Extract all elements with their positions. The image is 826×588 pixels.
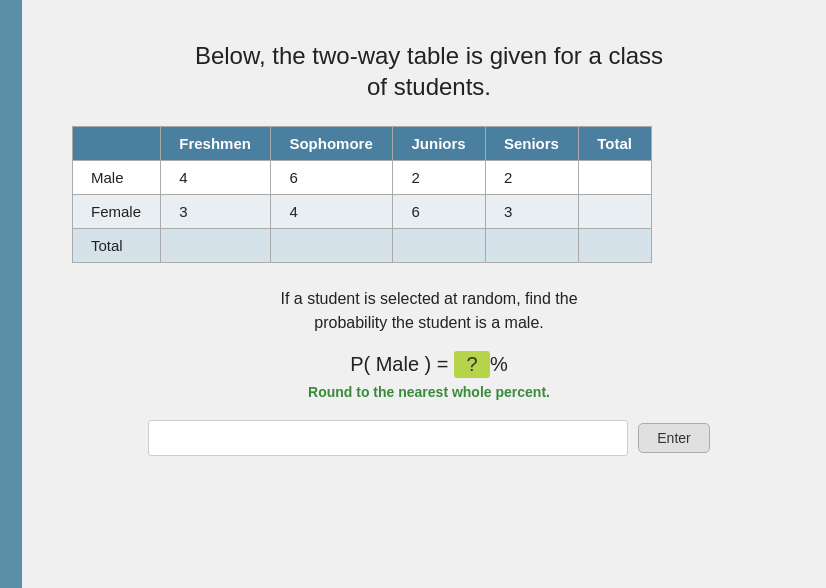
header-empty (73, 127, 161, 161)
header-juniors: Juniors (393, 127, 485, 161)
answer-input-row: Enter (72, 420, 786, 456)
table-row: Total (73, 229, 652, 263)
row-female-label: Female (73, 195, 161, 229)
left-accent-bar (0, 0, 22, 588)
table-row: Male 4 6 2 2 (73, 161, 652, 195)
row-female-freshmen: 3 (161, 195, 271, 229)
enter-button[interactable]: Enter (638, 423, 709, 453)
probability-line: P( Male ) = ?% (72, 351, 786, 378)
header-sophomore: Sophomore (271, 127, 393, 161)
row-total-seniors (485, 229, 578, 263)
row-female-sophomore: 4 (271, 195, 393, 229)
main-content: Below, the two-way table is given for a … (22, 0, 826, 588)
question-line1: If a student is selected at random, find… (280, 290, 577, 307)
row-male-total (579, 161, 652, 195)
answer-input[interactable] (148, 420, 628, 456)
answer-box: ? (454, 351, 490, 378)
probability-label: P( Male ) = (350, 353, 454, 375)
row-female-seniors: 3 (485, 195, 578, 229)
row-total-freshmen (161, 229, 271, 263)
row-female-total (579, 195, 652, 229)
row-male-sophomore: 6 (271, 161, 393, 195)
percent-symbol: % (490, 353, 508, 375)
row-male-freshmen: 4 (161, 161, 271, 195)
table-row: Female 3 4 6 3 (73, 195, 652, 229)
title-line2: of students. (367, 73, 491, 100)
row-female-juniors: 6 (393, 195, 485, 229)
header-freshmen: Freshmen (161, 127, 271, 161)
two-way-table: Freshmen Sophomore Juniors Seniors Total… (72, 126, 652, 263)
question-line2: probability the student is a male. (314, 314, 543, 331)
round-note: Round to the nearest whole percent. (72, 384, 786, 400)
row-male-label: Male (73, 161, 161, 195)
data-table-wrapper: Freshmen Sophomore Juniors Seniors Total… (72, 126, 786, 263)
row-total-juniors (393, 229, 485, 263)
question-text: If a student is selected at random, find… (72, 287, 786, 335)
header-seniors: Seniors (485, 127, 578, 161)
title-line1: Below, the two-way table is given for a … (195, 42, 663, 69)
page-title: Below, the two-way table is given for a … (72, 40, 786, 102)
row-total-label: Total (73, 229, 161, 263)
row-total-total (579, 229, 652, 263)
row-male-juniors: 2 (393, 161, 485, 195)
row-total-sophomore (271, 229, 393, 263)
row-male-seniors: 2 (485, 161, 578, 195)
header-total: Total (579, 127, 652, 161)
